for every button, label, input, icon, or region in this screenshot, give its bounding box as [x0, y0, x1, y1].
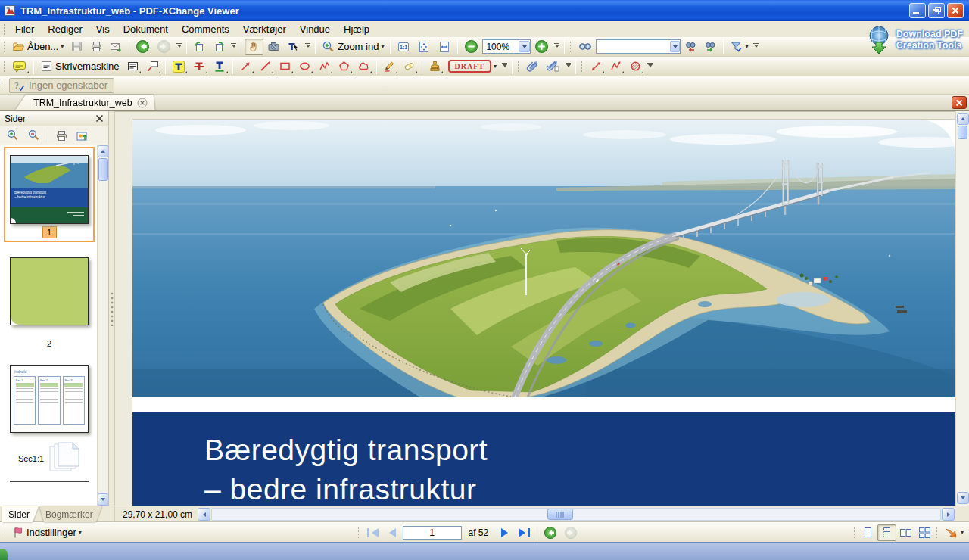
cloud-tool-button[interactable] [354, 58, 373, 75]
arrow-tool-button[interactable] [236, 58, 255, 75]
underline-text-button[interactable] [210, 58, 229, 75]
menu-dokument[interactable]: Dokument [117, 22, 175, 36]
launch-application-button[interactable]: ▾ [941, 524, 967, 541]
title-bar[interactable]: TRM_Infrastruktur_web - PDF-XChange View… [0, 0, 969, 21]
last-page-button[interactable] [515, 524, 534, 541]
strikeout-text-button[interactable] [189, 58, 209, 75]
sticky-note-button[interactable] [9, 58, 30, 75]
toolbar-gripper[interactable] [3, 79, 7, 92]
save-button[interactable] [67, 39, 86, 55]
thumbnail-zoom-out-button[interactable] [24, 127, 44, 144]
toolbar-gripper[interactable] [2, 60, 6, 73]
toolbar-gripper[interactable] [3, 526, 7, 540]
start-button-fragment[interactable] [0, 549, 8, 560]
document-view[interactable]: Bæredygtig transport – bedre infrastrukt… [115, 111, 955, 506]
menu-hjaelp[interactable]: Hjælp [337, 22, 376, 36]
search-combo-arrow[interactable] [670, 41, 680, 52]
tab-pages[interactable]: Sider [2, 506, 39, 522]
panel-close-icon[interactable] [95, 114, 104, 123]
previous-page-button[interactable] [383, 524, 402, 541]
menu-filer[interactable]: Filer [8, 22, 41, 36]
draft-stamp-button[interactable]: DRAFT ▾ [445, 58, 500, 75]
toolbar-overflow[interactable] [646, 59, 654, 74]
typewriter-button[interactable]: Skrivemaskine [37, 58, 123, 75]
horizontal-scrollbar-thumb[interactable] [547, 509, 573, 520]
filter-button[interactable]: ▾ [727, 39, 751, 55]
export-page-button[interactable] [73, 127, 92, 144]
zoom-in-tool-button[interactable]: Zoom ind ▾ [319, 39, 387, 55]
restore-button[interactable] [928, 3, 945, 18]
scroll-up-button[interactable] [98, 145, 109, 157]
next-page-button[interactable] [495, 524, 514, 541]
toolbar-gripper[interactable] [852, 526, 856, 540]
search-input[interactable] [600, 40, 670, 53]
find-previous-button[interactable] [681, 39, 700, 55]
menu-comments[interactable]: Comments [175, 22, 236, 36]
continuous-layout-button[interactable] [877, 524, 896, 541]
textbox-button[interactable] [123, 58, 142, 75]
toolbar-overflow[interactable] [175, 39, 183, 54]
tab-close-icon[interactable] [137, 98, 148, 108]
zoom-out-button[interactable] [461, 39, 481, 55]
toolbar-gripper[interactable] [569, 40, 572, 54]
scrollbar-thumb[interactable] [98, 158, 108, 181]
scrollbar-thumb[interactable] [958, 126, 967, 139]
toolbar-gripper[interactable] [357, 526, 360, 540]
highlight-text-button[interactable] [169, 58, 189, 75]
line-tool-button[interactable] [256, 58, 275, 75]
thumbnail-page-3[interactable]: Indhold Sec 1 Sec 2 Sec 3 Sec1:1 [4, 365, 95, 482]
oval-tool-button[interactable] [295, 58, 314, 75]
menu-rediger[interactable]: Rediger [41, 22, 89, 36]
toolbar-overflow[interactable] [500, 59, 509, 74]
scroll-up-button[interactable] [957, 113, 969, 125]
properties-button[interactable]: ? Ingen egenskaber [9, 78, 114, 93]
pencil-tool-button[interactable] [380, 58, 399, 75]
zoom-level-combo[interactable]: 100% [482, 39, 531, 54]
panel-splitter[interactable] [109, 111, 115, 506]
download-pdf-tools-promo[interactable]: Download PDF Creation Tools [862, 23, 967, 58]
menubar-gripper[interactable] [2, 23, 6, 36]
thumbnail-zoom-in-button[interactable] [3, 127, 23, 144]
measure-area-button[interactable] [626, 58, 645, 75]
hand-tool-button[interactable] [245, 39, 263, 55]
polygon-tool-button[interactable] [335, 58, 354, 75]
print-pages-button[interactable] [52, 127, 71, 144]
fit-page-button[interactable] [414, 39, 434, 55]
thumbnail-page-2[interactable]: 2 [4, 257, 95, 348]
scroll-left-button[interactable] [198, 508, 210, 521]
go-forward-button[interactable] [154, 39, 174, 55]
polyline-tool-button[interactable] [315, 58, 334, 75]
scroll-right-button[interactable] [942, 508, 955, 521]
search-combo[interactable] [596, 39, 681, 54]
select-text-tool-button[interactable] [284, 39, 303, 55]
close-document-button[interactable] [952, 96, 967, 109]
menu-vis[interactable]: Vis [89, 22, 117, 36]
stamp-tool-button[interactable] [425, 58, 444, 75]
attach-sound-button[interactable] [544, 58, 563, 75]
toolbar-gripper[interactable] [2, 40, 6, 54]
toolbar-overflow[interactable] [752, 39, 760, 54]
go-back-button[interactable] [132, 39, 153, 55]
eraser-tool-button[interactable] [400, 58, 419, 75]
toolbar-gripper[interactable] [516, 60, 520, 73]
first-page-button[interactable] [363, 524, 382, 541]
thumbnail-page-1[interactable]: Bæredygtig transport – bedre infrastrukt… [4, 147, 95, 242]
measure-perimeter-button[interactable] [606, 58, 625, 75]
menu-vindue[interactable]: Vindue [293, 22, 337, 36]
snapshot-tool-button[interactable] [264, 39, 283, 55]
scroll-down-button[interactable] [98, 493, 109, 506]
email-button[interactable] [107, 39, 126, 55]
history-forward-button[interactable] [561, 524, 581, 541]
page-number-input[interactable] [403, 526, 462, 540]
horizontal-scrollbar-track[interactable] [211, 508, 941, 521]
toolbar-overflow[interactable] [553, 39, 561, 54]
document-tab[interactable]: TRM_Infrastruktur_web [15, 95, 155, 110]
fit-width-button[interactable] [435, 39, 454, 55]
callout-button[interactable] [143, 58, 162, 75]
toolbar-gripper[interactable] [580, 60, 584, 73]
actual-size-button[interactable]: 1:1 [394, 39, 413, 55]
facing-continuous-layout-button[interactable] [915, 524, 934, 541]
zoom-combo-arrow[interactable] [519, 41, 530, 52]
toolbar-overflow[interactable] [564, 59, 572, 74]
menu-vaerktojer[interactable]: Værktøjer [236, 22, 293, 36]
